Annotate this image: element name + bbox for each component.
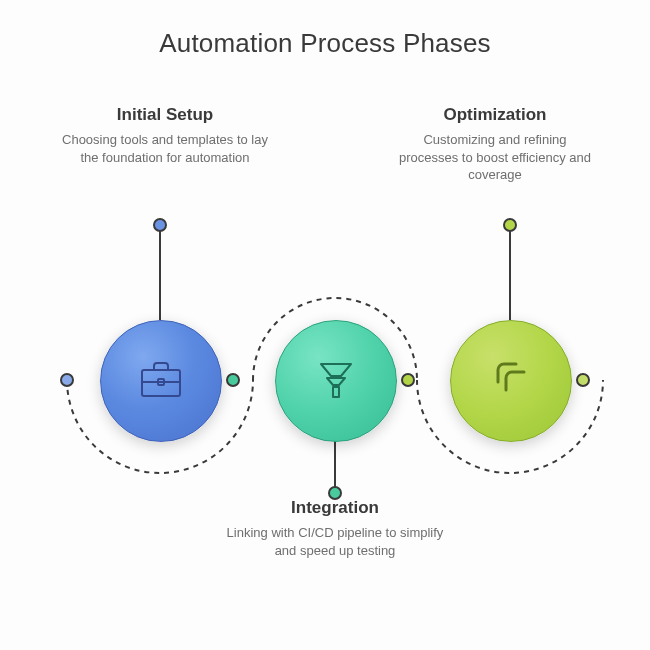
- link-dot: [401, 373, 415, 387]
- phase-node-integration: [275, 320, 397, 442]
- diagram-title: Automation Process Phases: [0, 28, 650, 59]
- link-dot: [60, 373, 74, 387]
- diagram-stage: Automation Process Phases Initial Setup …: [0, 0, 650, 650]
- phase-heading: Initial Setup: [60, 105, 270, 125]
- connector-dot: [503, 218, 517, 232]
- briefcase-icon: [134, 352, 188, 410]
- link-dot: [226, 373, 240, 387]
- phase-node-optimization: [450, 320, 572, 442]
- connector-stem: [334, 440, 336, 490]
- svg-rect-2: [333, 387, 339, 397]
- connector-stem: [159, 228, 161, 320]
- funnel-icon: [309, 352, 363, 410]
- link-dot: [576, 373, 590, 387]
- phase-description: Linking with CI/CD pipeline to simplify …: [225, 524, 445, 559]
- phase-heading: Integration: [225, 498, 445, 518]
- phase-label-initial-setup: Initial Setup Choosing tools and templat…: [60, 105, 270, 166]
- phase-node-initial-setup: [100, 320, 222, 442]
- connector-dot: [153, 218, 167, 232]
- phase-label-optimization: Optimization Customizing and refining pr…: [395, 105, 595, 184]
- phase-label-integration: Integration Linking with CI/CD pipeline …: [225, 498, 445, 559]
- phase-heading: Optimization: [395, 105, 595, 125]
- phase-description: Choosing tools and templates to lay the …: [60, 131, 270, 166]
- phase-description: Customizing and refining processes to bo…: [395, 131, 595, 184]
- connector-stem: [509, 228, 511, 320]
- arrows-icon: [484, 352, 538, 410]
